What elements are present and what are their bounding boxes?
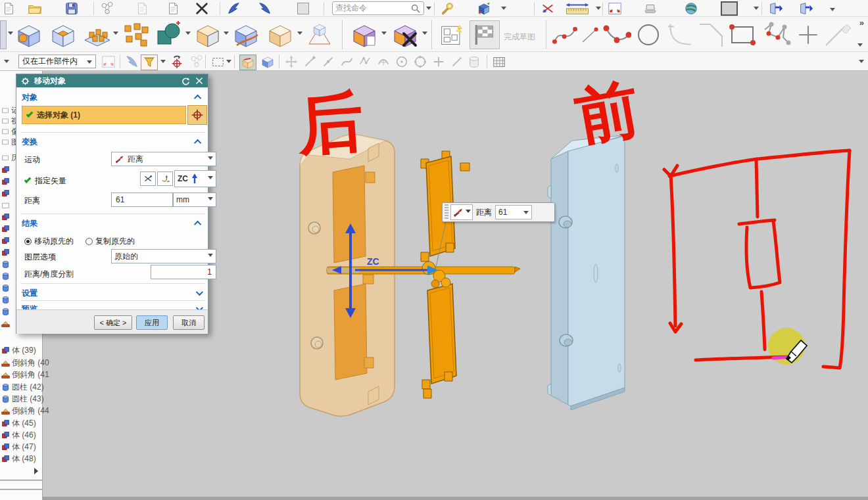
boolean-dropdown-caret[interactable] <box>185 32 191 37</box>
circle-icon[interactable] <box>634 20 663 49</box>
unite-boolean-icon[interactable] <box>154 20 183 49</box>
motion-combobox[interactable]: 距离 <box>111 152 216 166</box>
select-object-row[interactable]: 选择对象 (1) <box>22 106 186 124</box>
open-file-icon[interactable] <box>24 1 46 16</box>
rectangle-select-marquee-icon[interactable] <box>210 55 225 69</box>
vector-point-button[interactable] <box>157 171 173 186</box>
tree-row[interactable] <box>1 235 10 246</box>
paste-icon[interactable] <box>166 1 180 16</box>
tree-row[interactable] <box>1 164 10 175</box>
tree-item-body-45[interactable]: 体 (45) <box>1 418 36 428</box>
tree-row[interactable] <box>1 259 10 269</box>
apply-button[interactable]: 应用 <box>136 315 168 330</box>
redo-icon[interactable] <box>258 1 272 16</box>
tree-row[interactable] <box>1 294 10 305</box>
fit-window-icon[interactable] <box>608 1 622 16</box>
line-point-icon[interactable] <box>580 20 600 49</box>
assemblies-link-icon[interactable] <box>100 1 114 16</box>
snap-curve-icon[interactable] <box>339 55 354 69</box>
background-swatch-icon[interactable] <box>721 1 738 16</box>
undo-icon[interactable] <box>226 1 241 16</box>
minibar-grip[interactable] <box>445 204 448 220</box>
polyline-icon[interactable] <box>761 20 792 49</box>
snap-point-icon[interactable] <box>431 55 446 69</box>
snap-circle-center-icon[interactable] <box>395 55 409 69</box>
onscreen-distance-toolbar[interactable]: 距离 61 <box>442 202 555 222</box>
tree-item-cylinder-43[interactable]: 圆柱 (43) <box>1 394 44 404</box>
tree-item-chamfer-44[interactable]: 倒斜角 (44 <box>1 405 49 416</box>
measure-dropdown-caret[interactable] <box>596 7 601 12</box>
point-plus-icon[interactable] <box>796 20 821 49</box>
arc-point-icon[interactable] <box>602 20 631 49</box>
window-forward-icon[interactable] <box>768 1 783 16</box>
sweep-icon[interactable] <box>231 20 260 49</box>
replace-face-icon[interactable] <box>266 20 295 49</box>
ok-button[interactable]: < 确定 > <box>94 315 132 330</box>
delete-dropdown-caret[interactable] <box>422 32 427 37</box>
selection-filter-button[interactable] <box>141 55 158 70</box>
pattern-layout-icon[interactable] <box>439 20 466 49</box>
snap-handle-icon[interactable] <box>284 55 299 69</box>
save-icon[interactable] <box>64 1 79 16</box>
tree-row[interactable] <box>1 271 10 281</box>
motion-type-button[interactable] <box>450 204 473 220</box>
snap-endpoint-icon[interactable] <box>302 55 317 69</box>
measure-point-icon[interactable] <box>541 1 555 16</box>
distance-value-input[interactable]: 61 <box>111 193 173 207</box>
tree-item-chamfer-41[interactable]: 倒斜角 (41 <box>1 369 49 380</box>
vector-inferred-button[interactable] <box>140 171 156 186</box>
selection-scope-combobox[interactable]: 仅在工作部件内 <box>18 55 96 68</box>
scatter-cubes-icon[interactable] <box>121 20 150 49</box>
pattern-feature-icon[interactable] <box>83 20 112 49</box>
view-dropdown-caret[interactable] <box>501 7 506 12</box>
tree-row[interactable] <box>1 212 10 222</box>
clipped-icon[interactable] <box>0 20 7 49</box>
snap-pole-icon[interactable] <box>358 55 372 69</box>
trim-dropdown-caret[interactable] <box>224 32 229 37</box>
cavity-icon[interactable] <box>49 20 78 49</box>
snap-arc-center-icon[interactable] <box>376 55 391 69</box>
tree-row[interactable] <box>1 200 10 210</box>
search-dropdown-caret[interactable] <box>426 7 431 12</box>
assembly-constraints-icon[interactable] <box>101 55 116 69</box>
move-object-icon[interactable] <box>350 20 379 49</box>
division-value-input[interactable]: 1 <box>151 265 216 279</box>
vector-axis-combobox[interactable]: ZC <box>174 170 216 187</box>
chamfer-icon[interactable] <box>696 20 725 49</box>
rectangle-icon[interactable] <box>727 20 758 49</box>
marquee-dropdown-caret[interactable] <box>226 60 231 66</box>
row-overflow-caret[interactable] <box>857 43 863 49</box>
close-icon[interactable] <box>195 76 204 85</box>
quick-trim-icon[interactable] <box>823 20 852 49</box>
show-display-icon[interactable] <box>643 1 658 16</box>
measure-distance-icon[interactable] <box>562 1 593 16</box>
draft-icon[interactable] <box>305 20 334 49</box>
tree-row[interactable] <box>1 188 10 198</box>
tree-item-body-47[interactable]: 体 (47) <box>1 442 36 452</box>
tree-item-body-48[interactable]: 体 (48) <box>1 453 36 464</box>
tree-item-body-46[interactable]: 体 (46) <box>1 430 36 440</box>
grid-icon[interactable] <box>492 55 506 69</box>
command-finder-icon[interactable] <box>441 1 455 16</box>
delete-body-icon[interactable] <box>391 20 420 49</box>
filter-dropdown-caret[interactable] <box>160 60 166 66</box>
layer-option-combobox[interactable]: 原始的 <box>111 249 216 263</box>
tree-expand-arrow[interactable] <box>34 468 41 474</box>
tree-row[interactable] <box>1 176 10 187</box>
snap-face-icon[interactable] <box>467 55 481 69</box>
dialog-header[interactable]: 移动对象 <box>16 74 208 87</box>
snap-midpoint-icon[interactable] <box>321 55 335 69</box>
view-orientation-cube-icon[interactable] <box>471 1 497 16</box>
extrude-icon[interactable] <box>14 20 43 49</box>
snap-ghost-icon[interactable] <box>189 55 204 69</box>
minibar-distance-input[interactable]: 61 <box>495 205 532 219</box>
snap-quadrant-icon[interactable] <box>413 55 427 69</box>
copy-icon[interactable] <box>135 1 149 16</box>
section-settings[interactable]: 设置 <box>22 287 204 299</box>
move-dropdown-caret[interactable] <box>381 32 387 37</box>
section-result[interactable]: 结果 <box>22 217 204 229</box>
orient-wcs-icon[interactable] <box>170 55 184 69</box>
fillet-icon[interactable] <box>667 20 693 49</box>
shaded-view-icon[interactable] <box>260 55 275 69</box>
pattern-dropdown-caret[interactable] <box>113 32 118 37</box>
